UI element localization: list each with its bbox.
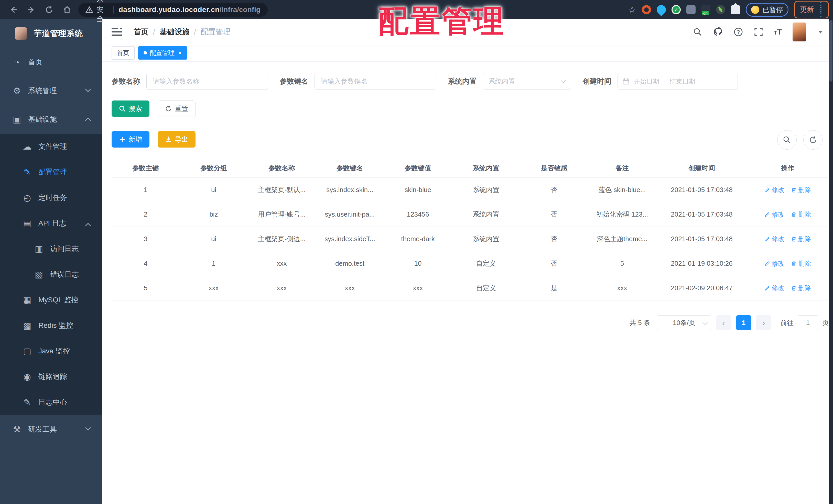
address-bar[interactable]: 不安全 dashboard.yudao.iocoder.cn /infra/co… [78, 3, 268, 17]
window-scrollbar[interactable] [829, 19, 833, 504]
back-icon[interactable] [9, 5, 18, 14]
home-icon[interactable] [63, 5, 72, 14]
next-page-button[interactable]: › [756, 315, 771, 330]
chrome-update-button[interactable]: 更新 ⋮⋮⋮ [794, 1, 829, 18]
delete-link[interactable]: 删除 [791, 235, 811, 243]
edit-link[interactable]: 修改 [764, 235, 784, 243]
search-icon[interactable] [693, 27, 702, 36]
refresh-icon [809, 136, 817, 144]
table-cell: xxx [248, 259, 316, 268]
scrollbar-thumb[interactable] [829, 20, 832, 81]
table-cell: 2021-01-05 17:03:48 [656, 210, 747, 218]
system-builtin-select[interactable]: 系统内置 [483, 73, 571, 90]
edit-link[interactable]: 修改 [764, 186, 784, 194]
sidebar-item-error-log[interactable]: ▧ 错误日志 [0, 261, 102, 287]
sidebar-item-config[interactable]: ✎ 配置管理 [0, 159, 102, 185]
app-title: 芋道管理系统 [34, 28, 83, 39]
breadcrumb-home[interactable]: 首页 [134, 27, 148, 37]
export-button[interactable]: 导出 [158, 131, 195, 148]
prev-page-button[interactable]: ‹ [716, 315, 731, 330]
param-key-input[interactable] [314, 73, 436, 90]
reload-icon[interactable] [45, 5, 54, 14]
sidebar-item-redis[interactable]: ▩ Redis 监控 [0, 313, 102, 338]
table-cell: 2021-01-19 03:10:26 [656, 259, 747, 268]
row-actions: 修改删除 [747, 186, 828, 194]
sidebar-item-system[interactable]: ⚙ 系统管理 [0, 76, 102, 105]
table-cell: 2021-01-05 17:03:48 [656, 186, 747, 194]
table-cell: skin-blue [384, 186, 452, 194]
chevron-down-icon [85, 86, 91, 92]
pagination: 共 5 条 10条/页 ‹ 1 › 前往 页 [112, 315, 832, 330]
app-logo-row[interactable]: 芋道管理系统 [0, 19, 102, 48]
url-host: dashboard.yudao.iocoder.cn [119, 6, 219, 14]
github-icon[interactable] [713, 27, 723, 37]
font-size-icon[interactable]: TT [774, 28, 782, 36]
forward-icon[interactable] [27, 5, 36, 14]
monitor-icon: ▣ [11, 114, 23, 125]
table-cell: 4 [112, 259, 180, 268]
infra-submenu: ☁ 文件管理 ✎ 配置管理 ◴ 定时任务 ▤ API 日志 ▥ 访问日志 ▧ [0, 134, 102, 415]
sidebar-item-devtools[interactable]: ⚒ 研发工具 [0, 415, 102, 444]
tag-close-icon[interactable]: × [178, 49, 182, 56]
extension-icon-gray[interactable] [686, 5, 695, 14]
sidebar-item-home[interactable]: ◔ 首页 [0, 48, 102, 76]
extension-icon-orange[interactable] [642, 5, 651, 14]
refresh-table-button[interactable] [803, 130, 823, 150]
param-name-input[interactable] [146, 73, 268, 90]
sidebar-item-mysql[interactable]: ▦ MySQL 监控 [0, 287, 102, 313]
delete-link[interactable]: 删除 [791, 284, 811, 292]
extension-icon-pin[interactable] [655, 3, 668, 16]
bookmark-star-icon[interactable]: ☆ [628, 4, 636, 15]
reset-button[interactable]: 重置 [158, 100, 195, 117]
page-size-select[interactable]: 10条/页 [657, 315, 711, 330]
edit-pencil-icon [764, 261, 770, 267]
delete-link[interactable]: 删除 [791, 210, 811, 219]
tag-home[interactable]: 首页 [112, 46, 135, 59]
error-log-icon: ▧ [33, 269, 45, 279]
fullscreen-icon[interactable] [754, 27, 763, 36]
page-number-active[interactable]: 1 [736, 315, 751, 330]
table-cell: xxx [384, 284, 452, 292]
sidebar-item-log-center[interactable]: ✎ 日志中心 [0, 389, 102, 415]
profile-paused-chip[interactable]: 已暂停 [746, 3, 788, 17]
menu-collapse-icon[interactable] [112, 27, 123, 36]
start-date-placeholder[interactable]: 开始日期 [634, 77, 659, 86]
table-cell: 123456 [384, 210, 452, 218]
browser-menu-icon[interactable]: ⋮⋮⋮ [817, 3, 825, 16]
table-cell: ui [180, 235, 248, 243]
search-button[interactable]: 搜索 [112, 100, 149, 117]
avatar-caret-icon[interactable] [818, 31, 823, 33]
table-cell: sys.user.init-pa... [316, 210, 384, 218]
breadcrumb-infra[interactable]: 基础设施 [160, 27, 189, 37]
edit-link[interactable]: 修改 [764, 210, 784, 219]
table-cell: 否 [520, 210, 588, 219]
extension-icon-leaf[interactable] [716, 5, 725, 14]
sidebar-item-access-log[interactable]: ▥ 访问日志 [0, 236, 102, 261]
edit-link[interactable]: 修改 [764, 284, 784, 292]
sidebar-item-file[interactable]: ☁ 文件管理 [0, 134, 102, 159]
user-avatar[interactable] [792, 23, 806, 42]
sidebar-item-api-log[interactable]: ▤ API 日志 [0, 210, 102, 236]
sidebar-item-trace[interactable]: ◉ 链路追踪 [0, 364, 102, 389]
extension-icon-on[interactable] [701, 5, 710, 14]
delete-link[interactable]: 删除 [791, 259, 811, 268]
end-date-placeholder[interactable]: 结束日期 [669, 77, 695, 86]
extension-icon-check[interactable]: ✓ [671, 5, 681, 14]
add-button[interactable]: 新增 [112, 131, 149, 148]
sidebar-item-java[interactable]: ▢ Java 监控 [0, 338, 102, 364]
help-icon[interactable]: ? [734, 27, 743, 37]
edit-pencil-icon [764, 236, 770, 242]
toolbox-icon: ⚒ [11, 424, 23, 434]
sidebar-item-infra[interactable]: ▣ 基础设施 [0, 105, 102, 134]
edit-link[interactable]: 修改 [764, 259, 784, 268]
table-cell: xxx [588, 284, 656, 292]
page-unit-label: 页 [822, 318, 829, 327]
table-cell: 1 [180, 259, 248, 268]
tag-config-active[interactable]: 配置管理 × [138, 46, 187, 59]
toggle-search-button[interactable] [777, 130, 797, 150]
goto-page-input[interactable] [798, 315, 818, 330]
sidebar-item-job[interactable]: ◴ 定时任务 [0, 185, 102, 210]
extensions-puzzle-icon[interactable] [731, 5, 740, 14]
date-range-picker[interactable]: 开始日期 - 结束日期 [618, 73, 738, 90]
delete-link[interactable]: 删除 [791, 186, 811, 194]
